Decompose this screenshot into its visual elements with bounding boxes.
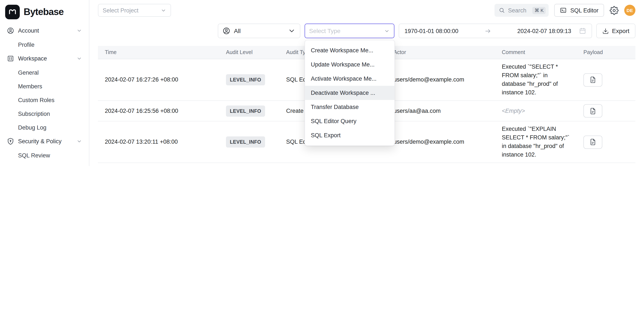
cell-time: 2024-02-07 13:20:11 +08:00	[98, 138, 219, 146]
cell-comment: Executed `"EXPLAIN SELECT * FROM salary;…	[495, 125, 576, 159]
gear-icon[interactable]	[610, 6, 619, 15]
user-circle-icon	[222, 27, 230, 35]
main-area: Select Project Search ⌘ K SQL Editor DE	[89, 0, 644, 166]
file-icon	[590, 76, 596, 83]
logo-mark-icon	[8, 7, 17, 17]
level-badge: LEVEL_INFO	[226, 136, 265, 148]
cell-payload	[576, 73, 636, 86]
search-icon	[499, 7, 505, 13]
user-circle-icon	[7, 27, 14, 34]
bytebase-logo[interactable]: Bytebase	[4, 3, 85, 24]
payload-view-button[interactable]	[584, 135, 602, 149]
type-option-create-workspace-me[interactable]: Create Workspace Me...	[305, 43, 394, 57]
sidebar-item-general[interactable]: General	[4, 66, 85, 79]
bytebase-logo-icon	[5, 5, 20, 19]
type-select-placeholder: Select Type	[309, 27, 340, 34]
sql-editor-button[interactable]: SQL Editor	[554, 4, 604, 17]
cell-audit-level: LEVEL_INFO	[219, 105, 279, 117]
chevron-down-icon	[161, 7, 166, 13]
sidebar-nav: AccountProfileWorkspaceGeneralMembersCus…	[4, 24, 85, 166]
sidebar-section-security-policy[interactable]: Security & Policy	[4, 134, 85, 149]
column-header-actor: Actor	[387, 49, 495, 55]
chevron-down-icon	[76, 139, 82, 144]
actor-filter-select[interactable]: All	[218, 24, 300, 38]
download-icon	[602, 28, 608, 34]
sidebar-section-label: Security & Policy	[18, 138, 72, 145]
cell-audit-level: LEVEL_INFO	[219, 136, 279, 148]
cell-payload	[576, 135, 636, 149]
column-header-time: Time	[98, 49, 219, 55]
cell-time: 2024-02-07 16:25:56 +08:00	[98, 107, 219, 115]
file-icon	[590, 107, 596, 114]
sidebar-section-account[interactable]: Account	[4, 24, 85, 38]
sidebar-item-slow-query[interactable]: Slow Query	[4, 162, 85, 166]
chevron-down-icon	[288, 27, 295, 35]
project-select[interactable]: Select Project	[98, 4, 171, 17]
logo-text: Bytebase	[24, 6, 64, 17]
column-header-audit-level: Audit Level	[219, 49, 279, 55]
shield-icon	[7, 138, 14, 145]
sidebar-item-sql-review[interactable]: SQL Review	[4, 149, 85, 162]
column-header-comment: Comment	[495, 49, 576, 55]
terminal-icon	[560, 7, 567, 14]
sidebar-item-subscription[interactable]: Subscription	[4, 107, 85, 121]
file-icon	[590, 139, 596, 146]
payload-view-button[interactable]	[584, 104, 602, 118]
sidebar-section-label: Workspace	[18, 55, 72, 62]
search-placeholder: Search	[508, 7, 526, 13]
export-button[interactable]: Export	[596, 24, 636, 38]
type-option-deactivate-workspace[interactable]: Deactivate Workspace ...	[305, 86, 394, 100]
workspace-icon	[7, 55, 14, 62]
date-to: 2024-02-07 18:09:13	[517, 28, 571, 34]
type-option-update-workspace-me[interactable]: Update Workspace Me...	[305, 57, 394, 72]
cell-audit-level: LEVEL_INFO	[219, 74, 279, 85]
sql-editor-label: SQL Editor	[570, 7, 598, 13]
topbar: Select Project Search ⌘ K SQL Editor DE	[98, 3, 636, 17]
type-option-sql-editor-query[interactable]: SQL Editor Query	[305, 114, 394, 128]
level-badge: LEVEL_INFO	[226, 74, 265, 85]
arrow-right-icon	[484, 28, 491, 34]
cell-actor: users/aa@aa.com	[387, 107, 495, 115]
search-kbd-shortcut: ⌘ K	[532, 7, 546, 14]
type-option-activate-workspace-me[interactable]: Activate Workspace Me...	[305, 72, 394, 86]
type-option-transfer-database[interactable]: Transfer Database	[305, 100, 394, 114]
chevron-down-icon	[76, 28, 82, 33]
cell-payload	[576, 104, 636, 118]
app-window: Bytebase AccountProfileWorkspaceGeneralM…	[0, 0, 644, 166]
cell-actor: users/demo@example.com	[387, 75, 495, 84]
sidebar-item-custom-roles[interactable]: Custom Roles	[4, 93, 85, 107]
column-header-payload: Payload	[576, 49, 636, 55]
cell-comment: <Empty>	[495, 107, 576, 115]
cell-comment: Executed `"SELECT * FROM salary;"` in da…	[495, 63, 576, 97]
actor-filter-value: All	[234, 27, 284, 34]
type-option-sql-export[interactable]: SQL Export	[305, 128, 394, 142]
user-avatar[interactable]: DE	[624, 5, 636, 16]
sidebar: Bytebase AccountProfileWorkspaceGeneralM…	[0, 0, 89, 166]
cell-actor: users/demo@example.com	[387, 138, 495, 146]
sidebar-section-workspace[interactable]: Workspace	[4, 51, 85, 66]
topbar-right: Search ⌘ K SQL Editor DE	[495, 4, 636, 17]
table-row: 2024-02-07 13:19:53 +08:00LEVEL_INFOSQL …	[98, 163, 636, 166]
type-select-menu: Create Workspace Me...Update Workspace M…	[304, 40, 394, 146]
date-range-picker[interactable]: 1970-01-01 08:00:00 2024-02-07 18:09:13	[398, 24, 592, 38]
cell-time: 2024-02-07 16:27:26 +08:00	[98, 75, 219, 84]
calendar-icon	[579, 27, 586, 34]
filter-bar: All Select Type Create Workspace Me...Up…	[98, 24, 636, 38]
payload-view-button[interactable]	[584, 73, 602, 86]
search-input[interactable]: Search ⌘ K	[495, 4, 549, 17]
sidebar-section-label: Account	[18, 27, 72, 34]
level-badge: LEVEL_INFO	[226, 105, 265, 117]
chevron-down-icon	[384, 28, 390, 34]
audit-type-select[interactable]: Select Type Create Workspace Me...Update…	[304, 24, 394, 38]
sidebar-item-debug-log[interactable]: Debug Log	[4, 121, 85, 134]
chevron-down-icon	[76, 56, 82, 61]
project-select-value: Select Project	[103, 7, 138, 13]
sidebar-item-members[interactable]: Members	[4, 79, 85, 93]
date-from: 1970-01-01 08:00:00	[404, 28, 458, 34]
sidebar-item-profile[interactable]: Profile	[4, 38, 85, 51]
export-label: Export	[612, 27, 630, 34]
